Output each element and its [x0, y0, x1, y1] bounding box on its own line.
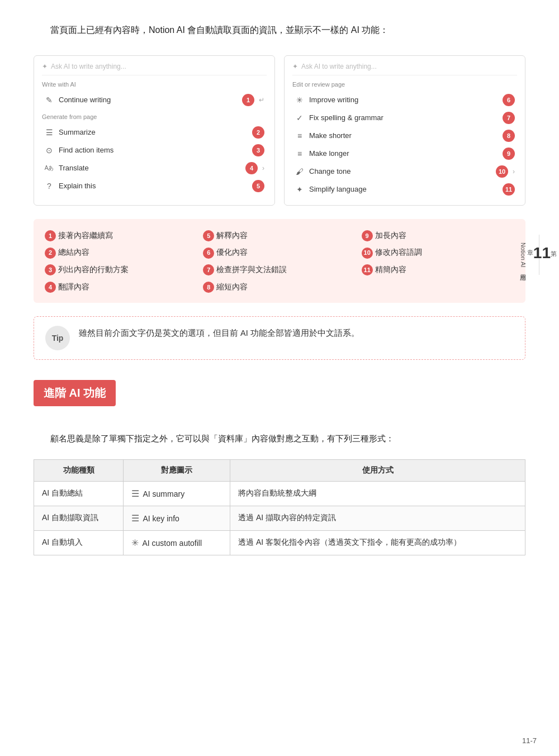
page-number: 11-7 [522, 736, 537, 745]
left-section2-label: Generate from page [42, 113, 267, 120]
row3-col1: AI 自動填入 [34, 531, 124, 555]
summarize-item[interactable]: ☰ Summarize 2 [42, 123, 267, 141]
improve-writing-item[interactable]: ✳ Improve writing 6 [292, 91, 517, 109]
find-action-text: Find action items [59, 146, 248, 154]
ann-item-9: 9 加長內容 [362, 228, 514, 243]
explain-item[interactable]: ? Explain this 5 [42, 177, 267, 195]
explain-text: Explain this [59, 182, 248, 190]
row2-col3: 透過 AI 擷取內容的特定資訊 [230, 506, 525, 531]
row1-col2-text: AI summary [143, 489, 184, 498]
ann-text-1: 接著內容繼續寫 [58, 228, 113, 243]
col-header-usage: 使用方式 [230, 460, 525, 482]
badge-4: 4 [245, 162, 258, 174]
row2-icon-text: AI key info [131, 513, 222, 524]
left-panel: Ask AI to write anything... Write with A… [34, 55, 275, 206]
chapter-sidebar: 第 11 章 Notion AI 應用 [539, 235, 559, 275]
ann-badge-11: 11 [362, 264, 373, 275]
ann-text-3: 列出內容的行動方案 [58, 262, 129, 277]
ai-key-icon [131, 513, 139, 524]
ann-badge-10: 10 [362, 248, 373, 259]
translate-item[interactable]: Aあ Translate 4 › [42, 159, 267, 177]
badge-5: 5 [252, 180, 264, 192]
chapter-kanji: 第 [551, 250, 557, 258]
question-icon: ? [44, 182, 54, 191]
row2-col2: AI key info [124, 506, 230, 531]
ann-text-11: 精簡內容 [375, 262, 406, 277]
make-shorter-item[interactable]: ≡ Make shorter 8 [292, 127, 517, 145]
summarize-icon: ☰ [44, 128, 54, 137]
right-panel: Ask AI to write anything... Edit or revi… [284, 55, 525, 206]
chapter-label: Notion AI 應用 [519, 243, 527, 269]
lines-short-icon: ≡ [295, 131, 305, 140]
badge-6: 6 [503, 94, 515, 106]
ann-item-8: 8 縮短內容 [203, 279, 356, 294]
section-body: 顧名思義是除了單獨下指定之外，它可以與「資料庫」內容做對應之互動，有下列三種形式… [50, 431, 525, 446]
make-shorter-text: Make shorter [309, 131, 498, 140]
ann-text-5: 解釋內容 [216, 228, 248, 243]
brush-icon: 🖌 [295, 167, 305, 176]
find-action-item[interactable]: ⊙ Find action items 3 [42, 141, 267, 159]
improve-writing-text: Improve writing [309, 96, 498, 104]
table-row: AI 自動擷取資訊 AI key info 透過 AI 擷取內容的特定資訊 [34, 506, 525, 531]
ann-item-5: 5 解釋內容 [203, 228, 356, 243]
fix-spelling-item[interactable]: ✓ Fix spelling & grammar 7 [292, 109, 517, 127]
chapter-number: 11 [533, 244, 551, 262]
row2-col1: AI 自動擷取資訊 [34, 506, 124, 531]
ann-text-7: 檢查拼字與文法錯誤 [216, 262, 287, 277]
arrow-icon-tone: › [513, 168, 515, 175]
simplify-language-item[interactable]: ✦ Simplify language 11 [292, 180, 517, 198]
ai-autofill-icon [131, 538, 139, 548]
left-panel-topbar: Ask AI to write anything... [42, 63, 267, 75]
section-heading: 進階 AI 功能 [34, 380, 116, 406]
right-panel-placeholder[interactable]: Ask AI to write anything... [301, 63, 377, 70]
panels-row: Ask AI to write anything... Write with A… [34, 55, 525, 206]
ann-badge-5: 5 [203, 230, 214, 241]
simplify-language-text: Simplify language [309, 185, 498, 193]
ann-badge-1: 1 [45, 230, 56, 241]
intro-text: 當頁面上已經有內容時，Notion AI 會自動讀取頁面的資訊，並顯示不一樣的 … [50, 22, 525, 39]
fix-spelling-text: Fix spelling & grammar [309, 113, 498, 122]
features-table: 功能種類 對應圖示 使用方式 AI 自動總結 AI summary 將內容自動統… [34, 459, 525, 555]
ann-spacer [362, 279, 514, 294]
right-section1-label: Edit or review page [292, 81, 517, 88]
change-tone-item[interactable]: 🖌 Change tone 10 › [292, 163, 517, 180]
col-header-type: 功能種類 [34, 460, 124, 482]
change-tone-text: Change tone [309, 167, 491, 175]
tip-text: 雖然目前介面文字仍是英文的選項，但目前 AI 功能全部皆適用於中文語系。 [79, 326, 359, 340]
spark-icon-left [42, 63, 48, 70]
chapter-zhang: 章 [527, 249, 533, 257]
ann-badge-2: 2 [45, 248, 56, 259]
ann-text-10: 修改內容語調 [375, 245, 422, 260]
left-panel-placeholder[interactable]: Ask AI to write anything... [51, 63, 126, 70]
ann-item-10: 10 修改內容語調 [362, 245, 514, 260]
badge-7: 7 [503, 112, 515, 124]
right-panel-topbar: Ask AI to write anything... [292, 63, 517, 75]
continue-writing-text: Continue writing [59, 96, 238, 104]
ann-item-2: 2 總結內容 [45, 245, 197, 260]
row3-col2: AI custom autofill [124, 531, 230, 555]
lines-long-icon: ≡ [295, 149, 305, 158]
simplify-icon: ✦ [295, 185, 305, 194]
annotation-box: 1 接著內容繼續寫 5 解釋內容 9 加長內容 2 總結內容 6 優化內容 10… [34, 219, 525, 303]
table-row: AI 自動填入 AI custom autofill 透過 AI 客製化指令內容… [34, 531, 525, 555]
row3-col2-text: AI custom autofill [142, 539, 202, 548]
table-row: AI 自動總結 AI summary 將內容自動統整成大綱 [34, 482, 525, 506]
translate-text: Translate [59, 164, 241, 172]
ann-badge-7: 7 [203, 264, 214, 275]
badge-9: 9 [503, 148, 515, 160]
badge-11: 11 [503, 183, 515, 196]
tip-box: Tip 雖然目前介面文字仍是英文的選項，但目前 AI 功能全部皆適用於中文語系。 [34, 316, 525, 360]
ann-item-6: 6 優化內容 [203, 245, 356, 260]
badge-1: 1 [242, 94, 254, 106]
continue-writing-item[interactable]: ✎ Continue writing 1 ↵ [42, 91, 267, 109]
ann-item-7: 7 檢查拼字與文法錯誤 [203, 262, 356, 277]
ann-text-4: 翻譯內容 [58, 279, 89, 294]
pencil-icon: ✎ [44, 96, 54, 104]
row3-col3: 透過 AI 客製化指令內容（透過英文下指令，能有更高的成功率） [230, 531, 525, 555]
make-longer-item[interactable]: ≡ Make longer 9 [292, 145, 517, 163]
action-icon: ⊙ [44, 146, 54, 155]
translate-icon: Aあ [44, 164, 54, 172]
row2-col2-text: AI key info [143, 514, 179, 523]
table-header-row: 功能種類 對應圖示 使用方式 [34, 460, 525, 482]
check-icon: ✓ [295, 113, 305, 122]
